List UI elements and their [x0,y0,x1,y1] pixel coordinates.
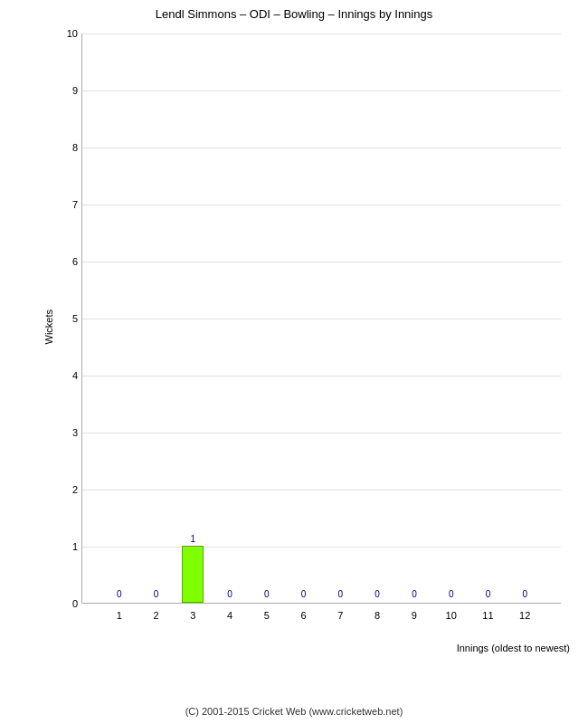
y-axis-label: 7 [55,199,78,210]
y-gridline [82,319,561,319]
zero-label: 0 [264,589,270,599]
zero-label: 0 [486,589,491,599]
zero-label: 0 [227,589,232,599]
x-axis-label: 8 [375,610,380,621]
x-axis-title: Innings (oldest to newest) [457,643,570,653]
zero-label: 0 [301,589,307,599]
y-axis-label: 9 [55,85,78,96]
y-gridline [82,490,561,491]
zero-label: 0 [449,589,454,599]
zero-label: 0 [412,589,417,599]
x-axis-label: 7 [337,610,343,621]
zero-label: 0 [338,589,344,599]
x-axis-label: 11 [482,610,493,621]
y-gridline [82,262,561,262]
y-axis-label: 10 [55,28,78,39]
x-axis-label: 1 [117,610,122,621]
bar [182,546,204,603]
x-axis-label: 5 [264,610,270,621]
y-gridline [82,205,561,205]
chart-title: Lendl Simmons – ODI – Bowling – Innings … [156,7,432,21]
x-axis-label: 2 [153,610,158,621]
zero-label: 0 [154,589,159,599]
x-axis-label: 9 [412,610,417,621]
x-axis-label: 3 [190,610,195,621]
y-gridline [82,33,561,34]
zero-label: 0 [117,589,122,599]
y-gridline [82,433,561,433]
y-axis-label: 5 [55,313,78,324]
x-axis-label: 6 [301,610,307,621]
y-gridline [82,376,561,376]
x-axis-label: 4 [227,610,232,621]
zero-label: 0 [522,589,527,599]
y-axis-label: 0 [55,598,78,609]
y-axis-title: Wickets [43,310,54,345]
y-axis-label: 3 [55,427,78,438]
chart-container: Lendl Simmons – ODI – Bowling – Innings … [0,0,588,724]
y-gridline [82,148,561,148]
y-axis-label: 6 [55,256,78,267]
bar-value-label: 1 [191,534,196,544]
x-axis-label: 12 [519,610,530,621]
x-axis-label: 10 [446,610,457,621]
plot-area: 012345678910102031405060708090100110120 [81,33,561,604]
y-gridline [82,90,561,91]
chart-area: Wickets 01234567891010203140506070809010… [36,24,579,658]
y-axis-label: 2 [55,484,78,495]
zero-label: 0 [375,589,380,599]
y-axis-label: 4 [55,370,78,381]
y-axis-label: 1 [55,541,78,552]
y-gridline [82,547,561,548]
footer: (C) 2001-2015 Cricket Web (www.cricketwe… [0,706,588,717]
y-axis-label: 8 [55,142,78,153]
